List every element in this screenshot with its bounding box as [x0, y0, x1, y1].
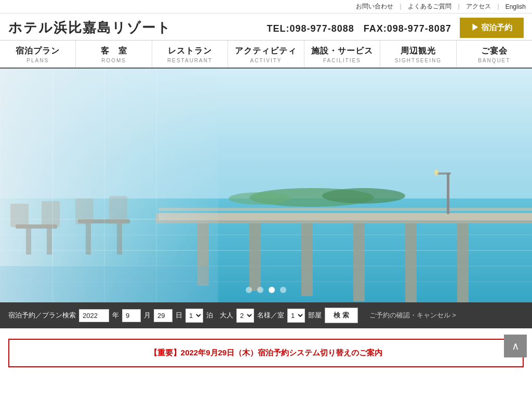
- reservation-button[interactable]: ▶ 宿泊予約: [460, 18, 524, 38]
- tel-label: TEL:: [267, 23, 290, 34]
- nav-item-sightseeing[interactable]: 周辺観光 SIGHTSEEING: [380, 41, 456, 68]
- search-bar: 宿泊予約／プラン検索 年 月 日 12345 泊 大人 1234 名様／室 12…: [0, 302, 532, 328]
- svg-point-9: [229, 192, 291, 205]
- language-link[interactable]: English: [506, 3, 526, 10]
- svg-rect-14: [301, 223, 313, 296]
- search-button[interactable]: 検 索: [325, 308, 358, 323]
- svg-rect-24: [26, 229, 31, 255]
- access-link[interactable]: アクセス: [466, 2, 491, 11]
- nav-banquet-label: ご宴会: [481, 46, 508, 57]
- nav-item-plans[interactable]: 宿泊プラン PLANS: [0, 41, 76, 68]
- nights-suffix: 泊 大人: [206, 311, 233, 320]
- day-suffix: 日: [176, 311, 182, 320]
- confirm-cancel-link[interactable]: ご予約の確認・キャンセル >: [369, 311, 456, 320]
- nav-item-facilities[interactable]: 施設・サービス FACILITIES: [304, 41, 380, 68]
- nav-restaurant-label: レストラン: [168, 46, 212, 57]
- fax-number: 098-977-8087: [387, 23, 451, 34]
- svg-rect-19: [447, 172, 449, 214]
- nav-plans-sublabel: PLANS: [26, 58, 49, 63]
- nav-item-restaurant[interactable]: レストラン RESTAURANT: [152, 41, 228, 68]
- svg-rect-16: [405, 223, 417, 302]
- rooms-suffix: 部屋: [308, 311, 322, 320]
- notice-banner[interactable]: 【重要】2022年9月29日（木）宿泊予約システム切り替えのご案内: [8, 339, 524, 367]
- nav-item-rooms[interactable]: 客 室 ROOMS: [76, 41, 152, 68]
- faq-link[interactable]: よくあるご質問: [408, 2, 451, 11]
- nav-facilities-sublabel: FACILITIES: [323, 58, 361, 63]
- contact-link[interactable]: お問い合わせ: [356, 2, 393, 11]
- nav-activity-label: アクティビティ: [235, 46, 297, 57]
- tel-number: 098-977-8088: [290, 23, 354, 34]
- sep2: ｜: [456, 2, 462, 11]
- svg-rect-17: [457, 223, 469, 302]
- nav-rooms-label: 客 室: [101, 46, 127, 57]
- carousel-dot-3[interactable]: [269, 287, 275, 293]
- notice-text: 【重要】2022年9月29日（木）宿泊予約システム切り替えのご案内: [150, 348, 382, 357]
- fax-label: FAX:: [364, 23, 387, 34]
- search-label: 宿泊予約／プラン検索: [8, 311, 76, 320]
- nav-sightseeing-label: 周辺観光: [401, 46, 436, 57]
- scroll-top-button[interactable]: ∧: [504, 335, 527, 357]
- month-suffix: 月: [144, 311, 151, 320]
- guests-suffix: 名様／室: [257, 311, 284, 320]
- header-contact-info: TEL:098-977-8088 FAX:098-977-8087: [267, 21, 451, 34]
- nav-item-activity[interactable]: アクティビティ ACTIVITY: [228, 41, 304, 68]
- svg-rect-30: [42, 201, 60, 227]
- svg-point-21: [434, 169, 438, 176]
- carousel-dot-2[interactable]: [257, 287, 263, 293]
- year-suffix: 年: [112, 311, 119, 320]
- nav-plans-label: 宿泊プラン: [16, 46, 60, 57]
- svg-rect-13: [249, 223, 261, 291]
- svg-rect-28: [117, 223, 122, 255]
- svg-rect-31: [75, 198, 94, 224]
- carousel-dot-4[interactable]: [280, 287, 286, 293]
- svg-rect-32: [109, 196, 127, 224]
- sep1: ｜: [397, 2, 404, 11]
- scroll-top-icon: ∧: [512, 340, 520, 352]
- carousel-dot-1[interactable]: [246, 287, 252, 293]
- nights-select[interactable]: 12345: [185, 309, 203, 323]
- guests-select[interactable]: 1234: [236, 309, 254, 323]
- month-input[interactable]: [122, 309, 141, 322]
- sep3: ｜: [495, 2, 501, 11]
- nav-item-banquet[interactable]: ご宴会 BANQUET: [457, 41, 532, 68]
- day-input[interactable]: [154, 309, 172, 322]
- nav-facilities-label: 施設・サービス: [311, 46, 373, 57]
- year-input[interactable]: [79, 309, 109, 322]
- carousel-dots: [246, 287, 286, 293]
- svg-point-8: [322, 188, 405, 204]
- svg-rect-25: [47, 229, 52, 255]
- hero-section: [0, 69, 532, 302]
- header-phone: TEL:098-977-8088 FAX:098-977-8087: [267, 23, 451, 34]
- rooms-select[interactable]: 123: [287, 309, 305, 323]
- nav-rooms-sublabel: ROOMS: [101, 58, 126, 63]
- nav-sightseeing-sublabel: SIGHTSEEING: [395, 58, 442, 63]
- nav-restaurant-sublabel: RESTAURANT: [167, 58, 212, 63]
- svg-rect-20: [436, 172, 451, 175]
- top-bar: お問い合わせ ｜ よくあるご質問 ｜ アクセス ｜ English: [0, 0, 532, 14]
- svg-rect-37: [0, 266, 218, 302]
- main-nav: 宿泊プラン PLANS 客 室 ROOMS レストラン RESTAURANT ア…: [0, 40, 532, 69]
- svg-rect-29: [10, 204, 29, 227]
- nav-banquet-sublabel: BANQUET: [478, 58, 510, 63]
- nav-activity-sublabel: ACTIVITY: [250, 58, 282, 63]
- site-logo[interactable]: ホテル浜比嘉島リゾート: [8, 19, 171, 37]
- svg-rect-27: [86, 223, 91, 255]
- svg-rect-15: [353, 223, 365, 301]
- header: ホテル浜比嘉島リゾート TEL:098-977-8088 FAX:098-977…: [0, 14, 532, 40]
